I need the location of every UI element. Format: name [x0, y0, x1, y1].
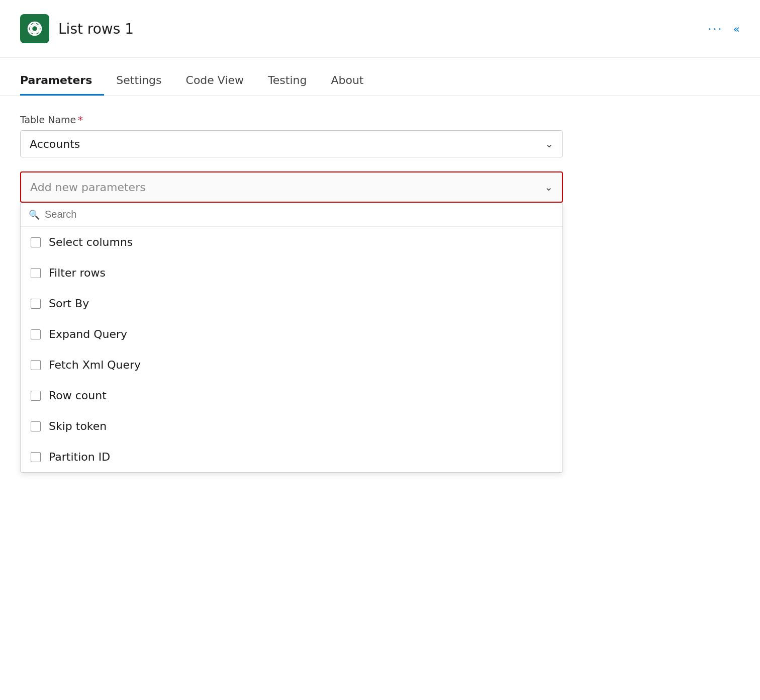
- svg-point-4: [28, 21, 42, 37]
- tab-testing[interactable]: Testing: [256, 74, 319, 96]
- table-name-value: Accounts: [30, 138, 80, 150]
- list-item[interactable]: Fetch Xml Query: [21, 349, 562, 380]
- select-columns-label: Select columns: [49, 236, 133, 248]
- dropdown-panel: 🔍 Select columns Filter rows Sort By Exp…: [20, 203, 563, 473]
- filter-rows-checkbox[interactable]: [31, 268, 41, 278]
- tab-settings[interactable]: Settings: [104, 74, 173, 96]
- add-params-wrapper: Add new parameters ⌄: [20, 171, 563, 203]
- table-name-select[interactable]: Accounts ⌄: [20, 130, 563, 157]
- search-icon: 🔍: [29, 209, 40, 220]
- table-name-chevron-icon: ⌄: [545, 138, 553, 150]
- required-indicator: *: [78, 114, 83, 125]
- collapse-button[interactable]: «: [733, 23, 740, 35]
- app-icon: [20, 14, 49, 43]
- add-params-chevron-icon: ⌄: [544, 181, 553, 193]
- add-params-placeholder: Add new parameters: [30, 181, 146, 194]
- skip-token-checkbox[interactable]: [31, 421, 41, 431]
- skip-token-label: Skip token: [49, 420, 107, 432]
- content-area: Table Name* Accounts ⌄ Add new parameter…: [0, 96, 760, 491]
- tab-bar: Parameters Settings Code View Testing Ab…: [0, 58, 760, 96]
- row-count-checkbox[interactable]: [31, 391, 41, 401]
- tab-parameters[interactable]: Parameters: [20, 74, 104, 96]
- tab-code-view[interactable]: Code View: [174, 74, 256, 96]
- header-left: List rows 1: [20, 14, 134, 43]
- select-columns-checkbox[interactable]: [31, 237, 41, 247]
- more-options-button[interactable]: ···: [708, 23, 723, 35]
- list-item[interactable]: Sort By: [21, 288, 562, 319]
- fetch-xml-query-label: Fetch Xml Query: [49, 359, 141, 371]
- expand-query-checkbox[interactable]: [31, 329, 41, 339]
- partition-id-label: Partition ID: [49, 451, 110, 463]
- header-right: ··· «: [708, 23, 740, 35]
- sort-by-checkbox[interactable]: [31, 299, 41, 309]
- add-params-select[interactable]: Add new parameters ⌄: [21, 172, 562, 202]
- expand-query-label: Expand Query: [49, 328, 127, 340]
- filter-rows-label: Filter rows: [49, 267, 106, 279]
- header: List rows 1 ··· «: [0, 0, 760, 58]
- list-item[interactable]: Row count: [21, 380, 562, 411]
- list-item[interactable]: Skip token: [21, 411, 562, 442]
- page-title: List rows 1: [58, 21, 134, 37]
- search-box: 🔍: [21, 203, 562, 227]
- list-item[interactable]: Partition ID: [21, 442, 562, 472]
- partition-id-checkbox[interactable]: [31, 452, 41, 462]
- row-count-label: Row count: [49, 389, 107, 402]
- sort-by-label: Sort By: [49, 297, 89, 310]
- dataverse-icon: [26, 20, 44, 38]
- table-name-label: Table Name*: [20, 114, 740, 125]
- fetch-xml-query-checkbox[interactable]: [31, 360, 41, 370]
- list-item[interactable]: Expand Query: [21, 319, 562, 349]
- tab-about[interactable]: About: [319, 74, 375, 96]
- list-item[interactable]: Select columns: [21, 227, 562, 257]
- list-item[interactable]: Filter rows: [21, 257, 562, 288]
- search-input[interactable]: [45, 209, 554, 220]
